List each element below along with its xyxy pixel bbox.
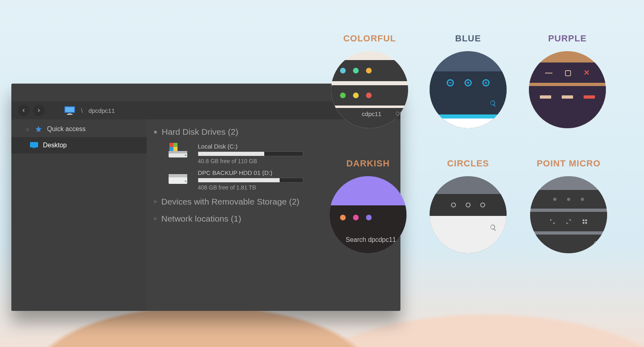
- theme-preview-purple[interactable]: PURPLE — ▢ ✕: [527, 33, 608, 128]
- window-controls-row: [430, 194, 507, 216]
- toolbar-row: [430, 216, 507, 241]
- expand-bullet-icon: [154, 131, 157, 134]
- bar-icon: [540, 95, 551, 99]
- svg-rect-8: [185, 155, 186, 156]
- dot-icon: [567, 198, 570, 201]
- category-label: Devices with Removable Storage (2): [161, 197, 300, 207]
- theme-label: DARKISH: [327, 158, 409, 169]
- theme-label: POINT MICRO: [526, 158, 611, 169]
- theme-preview-circle: cdpc11: [331, 51, 408, 128]
- svg-rect-14: [169, 174, 187, 177]
- circle-icon: [466, 203, 471, 207]
- content-area: [430, 119, 507, 128]
- usage-bar-fill: [198, 152, 264, 156]
- nav-back-button[interactable]: [18, 105, 29, 116]
- svg-rect-18: [583, 222, 584, 224]
- theme-preview-circle: [430, 51, 507, 128]
- svg-rect-12: [173, 147, 178, 151]
- usage-bar: [198, 151, 303, 156]
- category-label: Network locations (1): [161, 214, 241, 224]
- content-area: [430, 241, 507, 253]
- minimize-icon: —: [545, 69, 552, 77]
- sidebar-item-label: Quick access: [47, 125, 86, 133]
- theme-label: COLORFUL: [329, 33, 410, 44]
- path-separator-icon: \: [79, 107, 84, 114]
- sidebar-item-quick-access[interactable]: ◇ Quick access: [11, 121, 147, 137]
- window-controls-row: [530, 190, 607, 209]
- monitor-icon: [64, 106, 75, 115]
- svg-rect-15: [185, 181, 186, 182]
- theme-preview-circle: — ▢ ✕: [529, 51, 606, 128]
- theme-preview-blue[interactable]: BLUE: [428, 33, 509, 128]
- theme-preview-circle: Search dpcdpc11: [329, 176, 407, 253]
- circle-icon: [451, 203, 456, 207]
- theme-preview-colorful[interactable]: COLORFUL cdpc11: [329, 33, 410, 128]
- search-snippet-text: cdpc11: [362, 110, 381, 117]
- accent-bar: [430, 114, 507, 119]
- bar-icon: [584, 95, 595, 99]
- svg-rect-2: [68, 113, 71, 114]
- svg-rect-19: [585, 222, 587, 224]
- search-icon: [593, 116, 599, 124]
- circle-icon: [480, 203, 485, 207]
- theme-preview-circles[interactable]: CIRCLES: [428, 158, 509, 253]
- svg-rect-9: [169, 143, 173, 147]
- drive-icon: [167, 169, 189, 188]
- svg-rect-17: [585, 220, 587, 221]
- collapse-bullet-icon: [154, 200, 156, 203]
- close-icon: ✕: [584, 68, 590, 77]
- grid-icon: [582, 219, 588, 224]
- minimize-icon: [447, 79, 454, 86]
- collapse-bullet-icon: [154, 218, 156, 220]
- toolbar-row: [529, 86, 606, 108]
- svg-rect-11: [169, 147, 173, 151]
- category-label: Hard Disk Drives (2): [162, 127, 238, 137]
- toolbar-row: [529, 108, 606, 128]
- nav-forward-button[interactable]: [33, 105, 45, 116]
- theme-preview-darkish[interactable]: DARKISH Search dpcdpc11: [327, 158, 409, 253]
- expand-icon: [566, 219, 571, 224]
- theme-label: BLUE: [428, 33, 509, 44]
- theme-preview-circle: [530, 176, 607, 253]
- toolbar-row: [430, 94, 507, 114]
- expand-icon: [550, 219, 555, 224]
- star-icon: [35, 125, 42, 133]
- search-row: Search dpcdpc11: [329, 230, 407, 253]
- theme-preview-point-micro[interactable]: POINT MICRO: [526, 158, 611, 253]
- search-snippet: cdpc11: [331, 108, 408, 128]
- theme-label: CIRCLES: [428, 158, 509, 169]
- search-icon: [593, 241, 600, 249]
- dot-icon: [581, 198, 584, 201]
- sidebar-item-desktop[interactable]: Desktop: [11, 137, 147, 153]
- window-controls-row: — ▢ ✕: [529, 63, 606, 83]
- svg-rect-16: [583, 220, 584, 221]
- svg-rect-3: [67, 114, 73, 115]
- theme-preview-circle: [430, 176, 507, 253]
- svg-rect-7: [169, 151, 187, 153]
- svg-rect-1: [65, 107, 74, 112]
- usage-bar: [198, 178, 303, 183]
- sidebar: ◇ Quick access Desktop: [11, 119, 147, 311]
- search-text: Search dpcdpc11: [346, 236, 396, 243]
- traffic-lights-row: [329, 205, 407, 230]
- search-icon: [395, 111, 401, 118]
- window-controls-row: [430, 71, 507, 94]
- search-icon: [490, 224, 497, 233]
- toolbar-row: [530, 212, 607, 231]
- expand-icon: ◇: [26, 127, 30, 131]
- traffic-lights-row: [331, 60, 408, 81]
- maximize-icon: ▢: [565, 68, 571, 77]
- path-location[interactable]: dpcdpc11: [88, 107, 115, 114]
- traffic-lights-row: [331, 85, 408, 106]
- theme-label: PURPLE: [527, 33, 608, 44]
- desktop-icon: [30, 142, 38, 149]
- svg-rect-10: [173, 143, 178, 147]
- maximize-icon: [464, 79, 472, 86]
- drive-name: Local Disk (C:): [198, 143, 392, 150]
- svg-rect-5: [32, 147, 36, 148]
- sidebar-item-label: Desktop: [43, 142, 67, 149]
- toolbar-row: [530, 235, 607, 253]
- search-icon: [490, 100, 497, 109]
- bar-icon: [562, 95, 573, 99]
- drive-icon: [167, 143, 189, 162]
